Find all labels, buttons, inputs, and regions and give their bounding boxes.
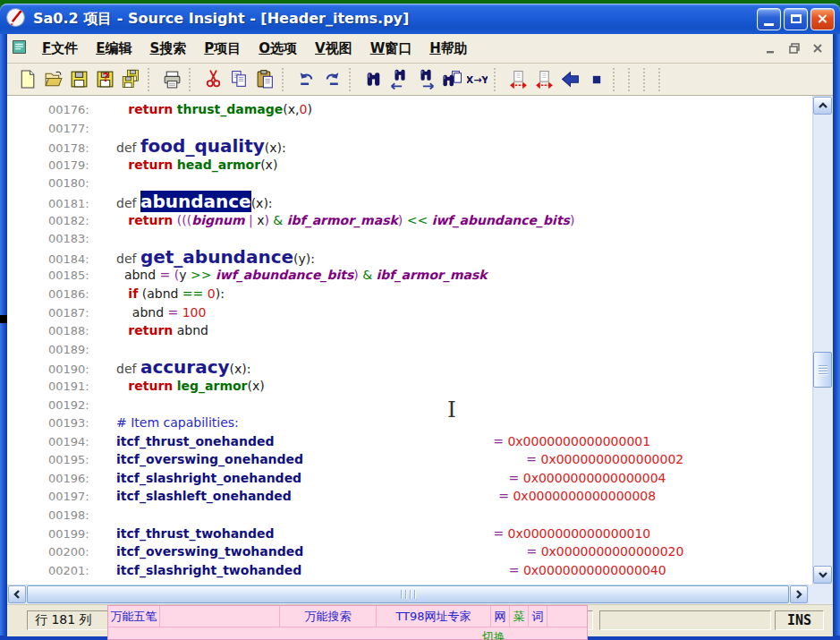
code-line[interactable]: 00191: return leg_armor(x) bbox=[48, 377, 812, 396]
code-line[interactable]: 00184:def get_abundance(y): bbox=[48, 248, 812, 267]
save-all-button[interactable] bbox=[118, 66, 144, 92]
mdi-close-button[interactable] bbox=[808, 39, 827, 57]
toolbar-separator bbox=[658, 68, 666, 91]
redo-button[interactable] bbox=[319, 66, 345, 92]
code-line[interactable]: 00195:itcf_overswing_onehanded = 0x00000… bbox=[48, 450, 812, 469]
ime-cell-input[interactable] bbox=[160, 606, 280, 627]
code-token: itcf_thrust_twohanded bbox=[116, 526, 275, 541]
stop-button[interactable] bbox=[583, 66, 609, 92]
go-back-button[interactable] bbox=[557, 66, 583, 92]
horizontal-scrollbar[interactable] bbox=[7, 585, 809, 604]
find-in-files-button[interactable] bbox=[438, 66, 464, 92]
line-number: 00186: bbox=[48, 286, 116, 304]
code-line[interactable]: 00183: bbox=[48, 229, 812, 248]
open-file-button[interactable] bbox=[40, 66, 66, 92]
sync-prev-ref-button[interactable] bbox=[531, 66, 557, 92]
save-as-button[interactable]: ? bbox=[92, 66, 118, 92]
ime-cell-word[interactable]: 词 bbox=[529, 606, 547, 627]
find-previous-button[interactable] bbox=[386, 66, 412, 92]
new-file-button[interactable] bbox=[14, 66, 40, 92]
ime-cell-search[interactable]: 万能搜索 bbox=[280, 606, 377, 627]
code-line[interactable]: 00185: abnd = (y >> iwf_abundance_bits) … bbox=[48, 266, 812, 285]
find-next-button[interactable] bbox=[412, 66, 438, 92]
code-token bbox=[116, 268, 124, 282]
undo-button[interactable] bbox=[293, 66, 319, 92]
cut-button[interactable] bbox=[200, 66, 226, 92]
titlebar[interactable]: Sa0.2 项目 - Source Insight - [Header_item… bbox=[0, 4, 840, 34]
code-line[interactable]: 00193:# Item capabilities: bbox=[48, 414, 812, 432]
paste-button[interactable] bbox=[252, 66, 278, 92]
code-line[interactable]: 00187: abnd = 100 bbox=[48, 303, 812, 322]
code-line[interactable]: 00201:itcf_slashright_twohanded = 0x0000… bbox=[48, 561, 812, 580]
close-button[interactable]: × bbox=[810, 8, 835, 30]
line-number: 00182: bbox=[48, 212, 116, 231]
code-token: itcf_slashright_twohanded bbox=[116, 563, 301, 577]
code-line[interactable]: 00197:itcf_slashleft_onehanded = 0x00000… bbox=[48, 487, 812, 506]
ime-cell-wubi[interactable]: 万能五笔 bbox=[108, 606, 160, 627]
code-area[interactable]: 00176: return thrust_damage(x,0)00177:00… bbox=[7, 96, 812, 585]
menu-view[interactable]: V视图 bbox=[306, 37, 361, 61]
menu-file[interactable]: F文件 bbox=[33, 37, 87, 61]
horizontal-scrollbar-thumb[interactable] bbox=[27, 585, 789, 603]
code-line[interactable]: 00177: bbox=[48, 119, 812, 138]
code-line[interactable]: 00188: return abnd bbox=[48, 321, 812, 340]
menu-options[interactable]: O选项 bbox=[250, 37, 306, 61]
menu-help[interactable]: H帮助 bbox=[420, 37, 477, 61]
ime-cell-net[interactable]: 网 bbox=[491, 606, 510, 627]
code-line[interactable]: 00186: if (abnd == 0): bbox=[48, 285, 812, 303]
code-line[interactable]: 00189: bbox=[48, 340, 812, 359]
menu-edit[interactable]: E编辑 bbox=[87, 37, 140, 61]
maximize-button[interactable] bbox=[784, 8, 808, 30]
ime-toggle-label[interactable]: 切换 bbox=[482, 629, 505, 640]
save-button[interactable] bbox=[66, 66, 92, 92]
ime-cell-tt98[interactable]: TT98网址专家 bbox=[377, 606, 491, 627]
replace-xy-button[interactable]: X→Y bbox=[464, 66, 490, 92]
scroll-up-button[interactable] bbox=[813, 97, 832, 115]
status-insert-mode-panel: INS bbox=[775, 610, 824, 630]
vertical-scrollbar-thumb[interactable] bbox=[813, 352, 832, 388]
menu-window[interactable]: W窗口 bbox=[361, 37, 421, 61]
menu-mnemonic: F bbox=[42, 40, 51, 56]
vertical-scrollbar[interactable] bbox=[812, 96, 833, 585]
code-line[interactable]: 00180: bbox=[48, 174, 812, 192]
code-line[interactable]: 00178:def food_quality(x): bbox=[48, 137, 812, 156]
line-number: 00192: bbox=[48, 397, 116, 415]
code-token: 0x0000000000000040 bbox=[523, 563, 666, 577]
ime-cell-menu[interactable]: 菜 bbox=[510, 606, 529, 627]
code-line[interactable]: 00182: return (((bignum | x) & ibf_armor… bbox=[48, 211, 812, 230]
window-border-left bbox=[0, 34, 7, 640]
ime-toolbar[interactable]: 万能五笔万能搜索TT98网址专家网菜词 切换 bbox=[107, 605, 588, 640]
code-line[interactable]: 00179: return head_armor(x) bbox=[48, 156, 812, 175]
toolbar-group: ? bbox=[14, 66, 144, 92]
code-line[interactable]: 00199:itcf_thrust_twohanded = 0x00000000… bbox=[48, 525, 812, 543]
code-token: == bbox=[182, 286, 203, 301]
menu-search[interactable]: S搜索 bbox=[141, 37, 196, 61]
code-line[interactable]: 00190:def accuracy(x): bbox=[48, 358, 812, 377]
scroll-left-button[interactable] bbox=[8, 585, 26, 603]
mdi-minimize-button[interactable] bbox=[761, 39, 781, 57]
code-line[interactable]: 00196:itcf_slashright_onehanded = 0x0000… bbox=[48, 469, 812, 488]
ime-cell-spacer bbox=[547, 606, 587, 627]
code-token: = bbox=[526, 452, 537, 466]
find-button[interactable] bbox=[361, 66, 386, 92]
copy-button[interactable] bbox=[226, 66, 252, 92]
code-line[interactable]: 00176: return thrust_damage(x,0) bbox=[48, 100, 812, 119]
code-line[interactable]: 00194:itcf_thrust_onehanded = 0x00000000… bbox=[48, 432, 812, 451]
menu-project[interactable]: P项目 bbox=[195, 37, 250, 61]
code-token bbox=[116, 158, 128, 172]
sync-next-ref-button[interactable] bbox=[505, 66, 531, 92]
menu-mnemonic: H bbox=[429, 40, 441, 56]
code-line[interactable]: 00181:def abundance(x): bbox=[48, 192, 812, 211]
code-line[interactable]: 00192: bbox=[48, 396, 812, 414]
code-line[interactable]: 00200:itcf_overswing_twohanded = 0x00000… bbox=[48, 542, 812, 561]
code-token bbox=[275, 526, 494, 541]
print-button[interactable] bbox=[159, 66, 185, 92]
scroll-right-button[interactable] bbox=[790, 585, 808, 603]
line-number: 00199: bbox=[48, 525, 116, 544]
code-token: 0x0000000000000004 bbox=[523, 471, 666, 485]
code-line[interactable]: 00198: bbox=[48, 506, 812, 525]
code-token: itcf_slashleft_onehanded bbox=[116, 489, 292, 503]
mdi-restore-button[interactable] bbox=[785, 39, 804, 57]
minimize-button[interactable] bbox=[757, 8, 781, 30]
scroll-down-button[interactable] bbox=[813, 566, 832, 584]
